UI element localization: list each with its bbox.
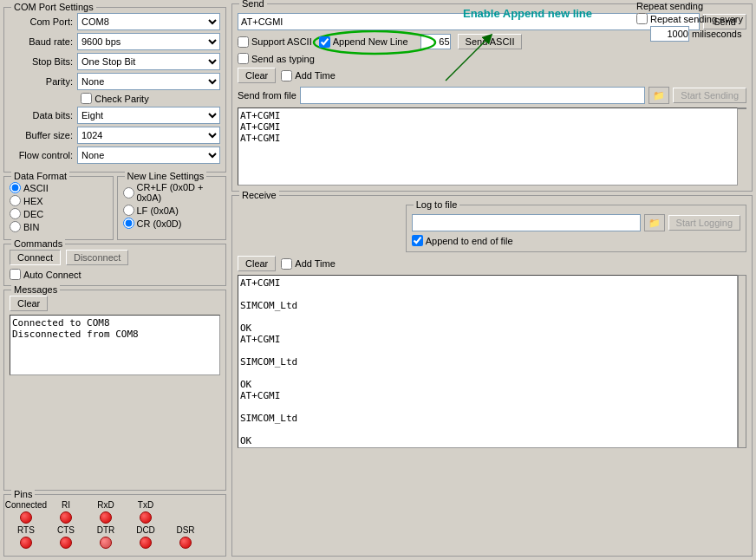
pin-cts: CTS bbox=[49, 525, 82, 549]
receive-textarea[interactable]: AT+CGMI SIMCOM_Ltd OK AT+CGMI SIMCOM_Ltd… bbox=[238, 275, 738, 448]
pin-ri: RI bbox=[49, 500, 82, 524]
send-add-time-text: Add Time bbox=[295, 70, 335, 81]
pin-dsr-label: DSR bbox=[176, 525, 194, 535]
messages-group: Messages Clear Connected to COM8 Disconn… bbox=[3, 290, 226, 491]
pin-rts: RTS bbox=[10, 525, 42, 549]
new-line-settings-title: New Line Settings bbox=[125, 171, 207, 181]
connect-button[interactable]: Connect bbox=[10, 250, 61, 265]
pin-connected: Connected bbox=[10, 500, 42, 524]
newline-lf-radio[interactable] bbox=[123, 205, 134, 216]
data-format-ascii-label: ASCII bbox=[23, 183, 49, 193]
start-sending-button[interactable]: Start Sending bbox=[673, 88, 746, 103]
enable-annotation-label: Enable Append new line bbox=[463, 7, 592, 20]
parity-select[interactable]: None bbox=[77, 73, 220, 90]
pin-dsr-led bbox=[179, 537, 192, 549]
data-format-bin-radio[interactable] bbox=[10, 221, 21, 232]
pin-dsr: DSR bbox=[169, 525, 202, 549]
log-file-browse-button[interactable]: 📁 bbox=[644, 214, 665, 231]
pin-txd: TxD bbox=[129, 500, 162, 524]
data-format-ascii-radio[interactable] bbox=[10, 182, 21, 193]
buffer-size-label: Buffer size: bbox=[10, 130, 77, 140]
data-format-dec-label: DEC bbox=[23, 209, 43, 219]
pin-rxd-led bbox=[100, 511, 112, 524]
log-to-file-group: Log to file 📁 Start Logging Append to en… bbox=[406, 205, 746, 252]
append-new-line-checkbox[interactable] bbox=[319, 36, 330, 48]
flow-control-select[interactable]: None bbox=[77, 147, 220, 164]
start-logging-button[interactable]: Start Logging bbox=[668, 215, 740, 231]
commands-title: Commands bbox=[11, 238, 65, 249]
send-add-time-checkbox[interactable] bbox=[281, 70, 292, 81]
repeat-every-label: Repeat sending every bbox=[650, 14, 743, 24]
newline-crlf-radio[interactable] bbox=[123, 187, 134, 199]
send-clear-button[interactable]: Clear bbox=[238, 68, 276, 83]
baud-rate-select[interactable]: 9600 bps bbox=[77, 33, 220, 50]
data-bits-select[interactable]: Eight bbox=[77, 107, 220, 124]
stop-bits-select[interactable]: One Stop Bit bbox=[77, 53, 220, 70]
send-ascii-num-input[interactable] bbox=[420, 34, 451, 49]
send-file-input[interactable] bbox=[300, 87, 645, 104]
append-new-line-wrapper: Append New Line bbox=[319, 36, 408, 48]
stop-bits-label: Stop Bits: bbox=[10, 56, 77, 67]
support-ascii-checkbox[interactable] bbox=[238, 36, 249, 48]
data-format-title: Data Format bbox=[11, 171, 69, 181]
data-format-hex-label: HEX bbox=[23, 196, 43, 206]
send-add-time-label[interactable]: Add Time bbox=[281, 70, 335, 81]
pin-connected-label: Connected bbox=[5, 500, 47, 510]
receive-add-time-text: Add Time bbox=[295, 258, 335, 269]
com-port-select[interactable]: COM8 bbox=[77, 13, 220, 30]
send-group: Send Repeat sending Repeat sending every… bbox=[231, 3, 753, 192]
append-new-line-label[interactable]: Append New Line bbox=[319, 36, 408, 48]
messages-clear-button[interactable]: Clear bbox=[10, 296, 48, 311]
pin-ri-label: RI bbox=[62, 500, 70, 510]
pin-dtr: DTR bbox=[89, 525, 122, 549]
support-ascii-text: Support ASCII bbox=[251, 36, 312, 47]
check-parity-checkbox[interactable] bbox=[81, 93, 92, 104]
com-port-settings-title: COM Port Settings bbox=[11, 2, 96, 12]
pin-ri-led bbox=[60, 511, 72, 524]
log-browse-icon: 📁 bbox=[648, 218, 661, 229]
send-from-file-label: Send from file bbox=[238, 90, 297, 101]
browse-icon: 📁 bbox=[653, 90, 665, 101]
data-bits-label: Data bits: bbox=[10, 110, 77, 120]
repeat-sending-label: Repeat sending bbox=[636, 1, 743, 11]
repeat-sending-checkbox[interactable] bbox=[636, 13, 648, 24]
receive-scrollbar[interactable] bbox=[738, 275, 746, 448]
send-as-typing-checkbox[interactable] bbox=[238, 53, 249, 64]
pin-dcd-label: DCD bbox=[136, 525, 155, 535]
pin-connected-led bbox=[20, 511, 32, 524]
data-format-hex-radio[interactable] bbox=[10, 195, 21, 206]
send-scrollbar[interactable] bbox=[738, 107, 746, 109]
support-ascii-label[interactable]: Support ASCII bbox=[238, 36, 312, 48]
new-line-settings-group: New Line Settings CR+LF (0x0D + 0x0A) LF… bbox=[117, 176, 227, 240]
receive-add-time-label[interactable]: Add Time bbox=[281, 258, 335, 270]
append-new-line-text: Append New Line bbox=[333, 36, 408, 47]
buffer-size-select[interactable]: 1024 bbox=[77, 127, 220, 144]
pin-rxd-label: RxD bbox=[97, 500, 114, 510]
receive-group: Receive Log to file 📁 Start Logging bbox=[231, 195, 753, 557]
auto-connect-checkbox[interactable] bbox=[10, 269, 21, 280]
pin-dcd: DCD bbox=[129, 525, 162, 549]
append-to-file-label[interactable]: Append to end of file bbox=[412, 235, 740, 246]
newline-cr-label: CR (0x0D) bbox=[137, 218, 182, 229]
append-to-file-text: Append to end of file bbox=[426, 236, 513, 246]
disconnect-button[interactable]: Disconnect bbox=[66, 250, 128, 265]
pins-group: Pins Connected RI RxD TxD bbox=[3, 494, 226, 557]
messages-textarea[interactable]: Connected to COM8 Disconnected from COM8 bbox=[10, 315, 220, 375]
pin-txd-led bbox=[140, 511, 152, 524]
newline-cr-radio[interactable] bbox=[123, 218, 134, 229]
log-file-input[interactable] bbox=[412, 214, 641, 231]
newline-crlf-label: CR+LF (0x0D + 0x0A) bbox=[137, 182, 221, 203]
receive-clear-button[interactable]: Clear bbox=[238, 256, 276, 271]
send-textarea[interactable]: AT+CGMI AT+CGMI AT+CGMI bbox=[238, 107, 738, 186]
data-format-bin-label: BIN bbox=[23, 222, 39, 232]
pin-rts-label: RTS bbox=[17, 525, 35, 535]
append-to-file-checkbox[interactable] bbox=[412, 235, 423, 246]
check-parity-checkbox-label[interactable]: Check Parity bbox=[81, 93, 148, 104]
check-parity-text: Check Parity bbox=[94, 94, 148, 104]
send-ascii-button[interactable]: Send ASCII bbox=[458, 34, 523, 49]
messages-title: Messages bbox=[11, 284, 60, 295]
auto-connect-label: Auto Connect bbox=[23, 270, 81, 280]
receive-add-time-checkbox[interactable] bbox=[281, 258, 292, 270]
data-format-dec-radio[interactable] bbox=[10, 208, 21, 219]
send-file-browse-button[interactable]: 📁 bbox=[648, 87, 669, 104]
